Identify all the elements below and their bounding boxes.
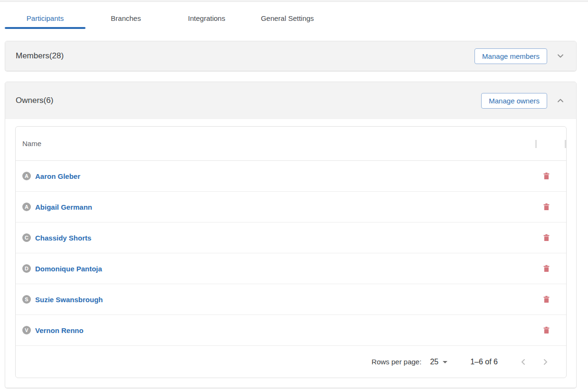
top-divider	[0, 0, 588, 2]
column-resize-handle[interactable]	[565, 140, 566, 148]
owners-title: Owners(6)	[16, 96, 53, 105]
avatar: A	[22, 172, 31, 180]
avatar: V	[22, 326, 31, 334]
name-column-header: Name	[22, 139, 41, 148]
delete-icon[interactable]	[542, 264, 550, 273]
avatar: S	[22, 295, 31, 304]
tab-label: Participants	[27, 14, 64, 22]
owner-name-link[interactable]: Vernon Renno	[35, 326, 84, 334]
rows-per-page-value: 25	[430, 358, 438, 366]
manage-members-button[interactable]: Manage members	[474, 48, 547, 64]
avatar-initial: A	[25, 173, 28, 179]
owners-section-body: Name A Aaron Gleber A Abigail Germann	[5, 119, 576, 388]
members-section-header: Members(28) Manage members	[5, 41, 576, 71]
avatar: D	[22, 264, 31, 273]
owners-table: Name A Aaron Gleber A Abigail Germann	[15, 126, 567, 378]
table-row: V Vernon Renno	[16, 315, 566, 346]
avatar-initial: D	[25, 266, 28, 271]
rows-per-page-select[interactable]: 25	[430, 358, 447, 366]
tab-label: Integrations	[188, 14, 225, 22]
table-header-row: Name	[16, 127, 566, 161]
tab-label: Branches	[111, 14, 141, 22]
owners-section: Owners(6) Manage owners Name A Aaron Gle…	[5, 82, 577, 388]
tab-label: General Settings	[261, 14, 314, 22]
members-section: Members(28) Manage members	[5, 41, 577, 71]
delete-icon[interactable]	[542, 295, 550, 304]
table-row: A Abigail Germann	[16, 192, 566, 222]
avatar-initial: V	[25, 327, 28, 333]
members-title: Members(28)	[16, 51, 64, 61]
owner-name-link[interactable]: Aaron Gleber	[35, 172, 80, 180]
chevron-right-icon[interactable]	[541, 357, 550, 367]
table-row: C Chassidy Shorts	[16, 222, 566, 253]
table-row: D Domonique Pantoja	[16, 253, 566, 284]
owner-name-link[interactable]: Domonique Pantoja	[35, 265, 102, 273]
avatar-initial: S	[25, 296, 28, 302]
tab-general-settings[interactable]: General Settings	[247, 7, 328, 29]
column-resize-handle[interactable]	[535, 140, 537, 148]
avatar-initial: C	[25, 235, 28, 241]
dropdown-arrow-icon	[443, 361, 447, 363]
table-row: A Aaron Gleber	[16, 161, 566, 192]
tab-branches[interactable]: Branches	[85, 7, 166, 29]
manage-owners-button[interactable]: Manage owners	[481, 93, 547, 109]
tab-bar: Participants Branches Integrations Gener…	[5, 7, 577, 29]
tab-integrations[interactable]: Integrations	[166, 7, 247, 29]
chevron-left-icon[interactable]	[519, 357, 528, 367]
chevron-up-icon[interactable]	[554, 94, 567, 107]
delete-icon[interactable]	[542, 326, 550, 335]
avatar: C	[22, 233, 31, 242]
avatar: A	[22, 203, 31, 211]
tab-participants[interactable]: Participants	[5, 7, 85, 29]
delete-icon[interactable]	[542, 233, 550, 242]
owner-name-link[interactable]: Abigail Germann	[35, 203, 92, 211]
owner-name-link[interactable]: Suzie Swansbrough	[35, 296, 103, 304]
pagination-range: 1–6 of 6	[470, 358, 498, 366]
delete-icon[interactable]	[542, 172, 550, 181]
owner-name-link[interactable]: Chassidy Shorts	[35, 234, 91, 242]
avatar-initial: A	[25, 204, 28, 210]
rows-per-page-label: Rows per page:	[371, 358, 421, 366]
table-row: S Suzie Swansbrough	[16, 284, 566, 315]
owners-section-header: Owners(6) Manage owners	[5, 82, 576, 119]
delete-icon[interactable]	[542, 203, 550, 212]
pagination-bar: Rows per page: 25 1–6 of 6	[16, 346, 566, 378]
chevron-down-icon[interactable]	[554, 50, 567, 62]
table-body: A Aaron Gleber A Abigail Germann C Chass…	[16, 161, 566, 346]
